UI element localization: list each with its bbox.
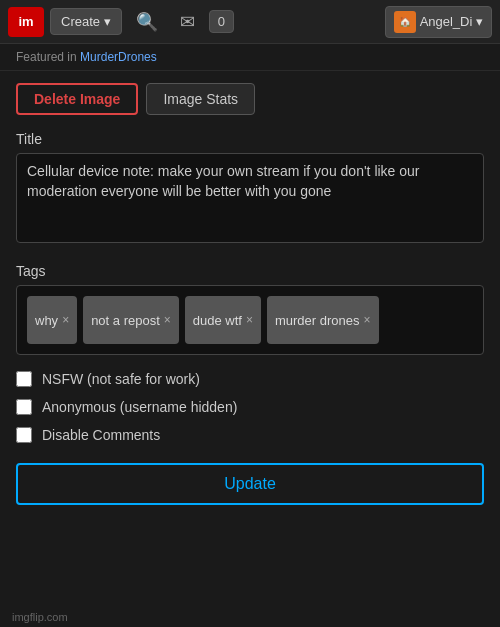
tag-dude-wtf-text: dude wtf bbox=[193, 313, 242, 328]
featured-bar: Featured in MurderDrones bbox=[0, 44, 500, 71]
title-label: Title bbox=[16, 131, 484, 147]
delete-image-button[interactable]: Delete Image bbox=[16, 83, 138, 115]
disable-comments-row: Disable Comments bbox=[16, 427, 484, 443]
tag-dude-wtf: dude wtf × bbox=[185, 296, 261, 344]
featured-prefix: Featured in bbox=[16, 50, 80, 64]
anonymous-row: Anonymous (username hidden) bbox=[16, 399, 484, 415]
header: im Create ▾ 🔍 ✉ 0 🏠 Angel_Di ▾ bbox=[0, 0, 500, 44]
tag-why-remove[interactable]: × bbox=[62, 313, 69, 327]
tags-box: why × not a repost × dude wtf × murder d… bbox=[16, 285, 484, 355]
create-button[interactable]: Create ▾ bbox=[50, 8, 122, 35]
mail-icon[interactable]: ✉ bbox=[172, 7, 203, 37]
logo: im bbox=[8, 7, 44, 37]
tag-murder-drones-text: murder drones bbox=[275, 313, 360, 328]
title-input[interactable] bbox=[16, 153, 484, 243]
featured-link[interactable]: MurderDrones bbox=[80, 50, 157, 64]
tag-not-a-repost: not a repost × bbox=[83, 296, 179, 344]
tags-label: Tags bbox=[16, 263, 484, 279]
nsfw-row: NSFW (not safe for work) bbox=[16, 371, 484, 387]
tag-murder-drones: murder drones × bbox=[267, 296, 379, 344]
tag-dude-wtf-remove[interactable]: × bbox=[246, 313, 253, 327]
tag-murder-drones-remove[interactable]: × bbox=[364, 313, 371, 327]
search-icon[interactable]: 🔍 bbox=[128, 7, 166, 37]
user-avatar: 🏠 bbox=[394, 11, 416, 33]
action-row: Delete Image Image Stats bbox=[16, 83, 484, 115]
anonymous-label: Anonymous (username hidden) bbox=[42, 399, 237, 415]
footer: imgflip.com bbox=[12, 611, 68, 623]
main-content: Delete Image Image Stats Title Tags why … bbox=[0, 71, 500, 517]
update-button[interactable]: Update bbox=[16, 463, 484, 505]
tag-why-text: why bbox=[35, 313, 58, 328]
user-label: Angel_Di ▾ bbox=[420, 14, 483, 29]
image-stats-button[interactable]: Image Stats bbox=[146, 83, 255, 115]
disable-comments-checkbox[interactable] bbox=[16, 427, 32, 443]
tag-why: why × bbox=[27, 296, 77, 344]
tag-not-a-repost-text: not a repost bbox=[91, 313, 160, 328]
disable-comments-label: Disable Comments bbox=[42, 427, 160, 443]
nsfw-checkbox[interactable] bbox=[16, 371, 32, 387]
notification-badge: 0 bbox=[209, 10, 234, 33]
anonymous-checkbox[interactable] bbox=[16, 399, 32, 415]
nsfw-label: NSFW (not safe for work) bbox=[42, 371, 200, 387]
user-menu-button[interactable]: 🏠 Angel_Di ▾ bbox=[385, 6, 492, 38]
tag-not-a-repost-remove[interactable]: × bbox=[164, 313, 171, 327]
